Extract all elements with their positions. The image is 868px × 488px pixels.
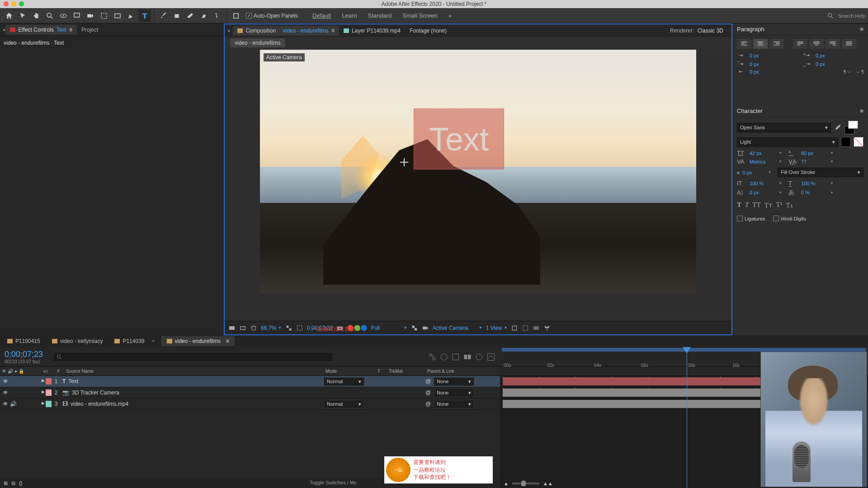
dropdown-icon[interactable]: ▼ <box>830 160 836 164</box>
fill-swatch[interactable] <box>848 121 858 129</box>
dropdown-icon[interactable]: ▼ <box>830 151 836 155</box>
timeline-tab-p114039[interactable]: P114039× <box>109 336 160 346</box>
leading-value[interactable]: 80 px <box>801 150 826 156</box>
motion-blur-icon[interactable] <box>475 352 484 361</box>
dropdown-icon[interactable]: ▼ <box>778 160 785 164</box>
panel-menu-icon[interactable]: ≡ <box>860 108 863 114</box>
dropdown-icon[interactable]: ▼ <box>778 191 785 195</box>
auto-open-panels-checkbox[interactable]: Auto-Open Panels <box>246 13 298 19</box>
zoom-dropdown[interactable]: 66,7% ▼ <box>261 325 282 331</box>
visibility-col-icon[interactable]: 👁 <box>2 369 6 374</box>
zoom-out-icon[interactable]: ▲ <box>504 481 509 486</box>
workspace-overflow[interactable]: » <box>448 12 452 19</box>
composition-viewer[interactable]: Text Active Camera <box>260 50 696 294</box>
graph-editor-icon[interactable] <box>486 352 495 361</box>
timeline-icon[interactable] <box>533 324 540 332</box>
layer-tab[interactable]: Layer P114039.mp4 <box>339 26 405 36</box>
mode-header[interactable]: Mode <box>324 369 376 374</box>
rectangle-tool[interactable] <box>111 9 124 22</box>
hand-tool[interactable] <box>30 9 42 22</box>
shy-toggle-icon[interactable] <box>451 352 460 361</box>
align-right[interactable] <box>769 39 784 49</box>
alpha-toggle[interactable] <box>228 324 236 332</box>
audio-col-icon[interactable]: 🔊 <box>8 369 13 374</box>
fill-stroke-swatches[interactable] <box>844 121 863 134</box>
indent-first-value[interactable]: 0 px <box>816 53 863 58</box>
panel-menu-icon[interactable]: ≡ <box>860 26 863 33</box>
playhead-line[interactable] <box>687 347 687 488</box>
all-caps-toggle[interactable]: TT <box>752 201 760 209</box>
toggle-switch-icon[interactable]: ⊞ <box>4 480 8 486</box>
space-before-value[interactable]: 0 px <box>750 61 797 67</box>
toggle-switches-modes[interactable]: Toggle Switches / Mo <box>310 480 357 485</box>
anchor-point-icon[interactable] <box>400 158 408 166</box>
minimize-window[interactable] <box>11 1 16 6</box>
close-window[interactable] <box>4 1 9 6</box>
hindi-digits-checkbox[interactable]: Hindi Digits <box>773 216 806 221</box>
tsume-value[interactable]: 0 % <box>801 190 826 195</box>
eyedropper-icon[interactable] <box>834 123 842 131</box>
label-color[interactable] <box>46 378 52 385</box>
project-tab[interactable]: Project <box>77 25 103 35</box>
clone-stamp-tool[interactable] <box>170 9 183 22</box>
close-comp-tab-icon[interactable]: × <box>227 28 230 33</box>
panel-menu-icon[interactable]: ≡ <box>69 27 72 33</box>
secondary-swatch-none[interactable] <box>854 137 863 147</box>
expand-icon[interactable]: ▶ <box>42 401 45 407</box>
dropdown-icon[interactable]: ▼ <box>830 191 836 195</box>
justify-last-right[interactable] <box>826 39 840 49</box>
label-col-icon[interactable]: 🏷 <box>43 369 48 374</box>
justify-last-left[interactable] <box>793 39 807 49</box>
selection-tool[interactable] <box>16 9 29 22</box>
footage-tab[interactable]: Footage (none) <box>405 26 451 36</box>
layer-row-video[interactable]: 👁🔊 ▶ 3 🎞video - endurefilms.mp4 Normal▾ … <box>0 399 500 410</box>
superscript-toggle[interactable]: T¹ <box>776 201 783 209</box>
panel-menu-icon[interactable]: ≡ <box>331 28 335 34</box>
parent-dropdown[interactable]: None▾ <box>434 389 474 397</box>
faux-bold-toggle[interactable]: T <box>737 201 741 209</box>
orbit-tool[interactable] <box>57 9 70 22</box>
toggle-switch-icon[interactable]: ⊟ <box>11 480 15 486</box>
type-tool[interactable] <box>138 9 151 22</box>
renderer-dropdown[interactable]: Classic 3D <box>698 28 723 34</box>
audio-toggle[interactable]: 🔊 <box>10 401 17 407</box>
draft-3d-icon[interactable] <box>439 352 448 361</box>
space-after-value[interactable]: 0 px <box>816 61 863 67</box>
justify-all[interactable] <box>842 39 856 49</box>
font-family-dropdown[interactable]: Open Sans▾ <box>737 123 831 132</box>
workspace-standard[interactable]: Standard <box>368 12 392 19</box>
parent-header[interactable]: Parent & Link <box>425 369 500 374</box>
roto-brush-tool[interactable] <box>198 9 210 22</box>
font-style-dropdown[interactable]: Light▾ <box>737 137 838 147</box>
text-layer-overlay[interactable]: Text <box>414 108 504 169</box>
zoom-in-icon[interactable]: ▲▲ <box>543 481 553 486</box>
lock-col-icon[interactable]: 🔒 <box>19 369 24 374</box>
stroke-width-value[interactable]: 0 px <box>742 170 765 175</box>
text-direction-rtl-icon[interactable]: ←¶ <box>856 69 863 75</box>
label-color[interactable] <box>46 401 52 407</box>
zoom-tool[interactable] <box>43 9 56 22</box>
kerning-value[interactable]: Metrics <box>750 159 775 164</box>
camera-tool[interactable] <box>84 9 97 22</box>
pickwhip-icon[interactable]: @ <box>425 378 431 385</box>
home-icon[interactable] <box>3 9 15 22</box>
comp-breadcrumb[interactable]: video - endurefilms <box>230 38 285 47</box>
resolution-icon[interactable] <box>285 324 292 332</box>
pixel-aspect-icon[interactable] <box>511 324 518 332</box>
camera-view-dropdown[interactable]: Active Camera ▼ <box>433 325 482 331</box>
indent-left-value[interactable]: 0 px <box>750 53 797 58</box>
workspace-small-screen[interactable]: Small Screen <box>402 12 437 19</box>
layer-row-text[interactable]: 👁 ▶ 1 TText Normal▾ @None▾ <box>0 376 500 387</box>
ligatures-checkbox[interactable]: Ligatures <box>737 216 765 221</box>
justify-last-center[interactable] <box>809 39 824 49</box>
expand-icon[interactable]: ▶ <box>42 389 45 396</box>
small-caps-toggle[interactable]: Tᴛ <box>764 201 773 209</box>
parent-dropdown[interactable]: None▾ <box>434 377 474 386</box>
paragraph-panel-header[interactable]: Paragraph≡ <box>732 23 868 35</box>
zoom-slider[interactable] <box>512 483 539 484</box>
roi-icon[interactable] <box>296 324 303 332</box>
eraser-tool[interactable] <box>184 9 197 22</box>
workspace-default[interactable]: Default <box>312 12 331 19</box>
dropdown-icon[interactable]: ▼ <box>778 181 785 185</box>
pen-tool[interactable] <box>125 9 137 22</box>
